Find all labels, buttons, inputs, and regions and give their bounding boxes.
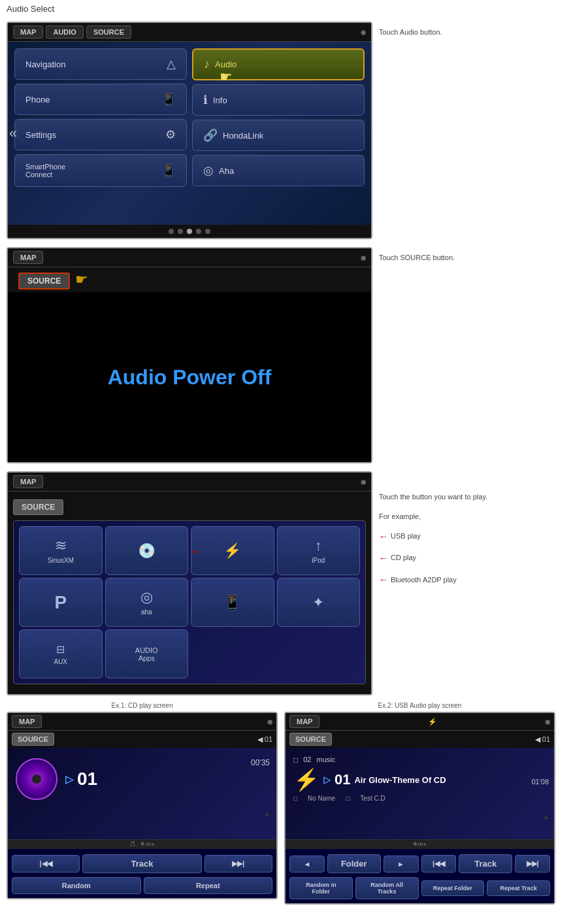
source-bluetooth[interactable]: ✦ xyxy=(277,578,361,627)
source-button-s1[interactable]: SOURCE xyxy=(86,25,131,39)
annotation-bt-row: ← Bluetooth A2DP play xyxy=(379,572,487,588)
cd-repeat-button[interactable]: Repeat xyxy=(144,877,273,894)
usb-play-label: Ex.2: USB Audio play screen xyxy=(378,702,462,709)
annotation-cd: CD play xyxy=(391,552,416,565)
source-siriusxm[interactable]: ≋ SiriusXM xyxy=(19,526,103,575)
phone-button[interactable]: Phone 📱 xyxy=(14,84,187,115)
cd-controls-row1: |◀◀ Track ▶▶| xyxy=(12,852,272,876)
usb-track-button[interactable]: Track xyxy=(459,854,512,873)
map-button-s2[interactable]: MAP xyxy=(13,251,43,264)
source-aux[interactable]: ⊟ AUX xyxy=(19,629,103,678)
usb-track-play-icon: ▷ xyxy=(323,774,331,785)
cd-play-controls: |◀◀ Track ▶▶| Random Repeat xyxy=(8,848,276,898)
cd-track-info: ▷ 01 xyxy=(65,769,269,790)
usb-track-next-button[interactable]: ▶▶| xyxy=(515,855,550,873)
audio-menu-button[interactable]: ♪ Audio ☛ xyxy=(192,48,365,80)
aha-button[interactable]: ◎ Aha xyxy=(192,155,365,186)
usb-folder-button[interactable]: Folder xyxy=(327,854,381,873)
cd-arrow-icon: ← xyxy=(189,543,202,558)
usb-sub-info: □ No Name □ Test C.D xyxy=(293,795,546,802)
usb-repeat-track-button[interactable]: Repeat Track xyxy=(487,880,550,896)
dot-4[interactable] xyxy=(196,229,201,234)
annotation-usb-row: ← USB play xyxy=(379,529,487,545)
usb-repeat-folder-button[interactable]: Repeat Folder xyxy=(421,880,485,896)
siriusxm-label: SiriusXM xyxy=(48,557,74,564)
left-menu-col: Navigation △ Phone 📱 Settings ⚙ SmartPho… xyxy=(14,48,187,218)
source-audio-apps[interactable]: AUDIOApps xyxy=(105,629,189,678)
usb-track-prev-button[interactable]: |◀◀ xyxy=(421,855,457,873)
usb-play-display: MAP ⚡ ⎈ SOURCE ◀ 01 □ 02 music xyxy=(284,712,555,905)
settings-button[interactable]: Settings ⚙ xyxy=(14,119,187,150)
bluetooth-icon-s3: ⎈ xyxy=(361,476,366,487)
cd-center-icon xyxy=(32,774,41,784)
aha-icon: ◎ xyxy=(203,163,214,178)
map-button-s1[interactable]: MAP xyxy=(13,25,43,39)
usb-folder-prev-button[interactable]: ◄ xyxy=(289,856,325,873)
usb-random-all-button[interactable]: Random All Tracks xyxy=(355,877,419,899)
source-phone[interactable]: 📱 xyxy=(191,578,274,627)
usb-folder-icon: □ xyxy=(293,756,298,765)
screen2-topbar: MAP ⎈ xyxy=(8,248,371,267)
screen3-section: MAP ⎈ SOURCE ≋ SiriusXM 💿 ← ⚡ xyxy=(0,467,588,699)
usb-random-folder-button[interactable]: Random in Folder xyxy=(289,877,353,899)
cd-prev-track-button[interactable]: |◀◀ xyxy=(12,855,80,873)
dts-logo-cd: 🎵 ❉dts xyxy=(129,841,155,847)
source-parking[interactable]: P xyxy=(19,578,103,627)
map-button-s3[interactable]: MAP xyxy=(13,475,43,488)
info-label: Info xyxy=(213,95,353,105)
settings-label: Settings xyxy=(25,130,160,140)
source-aha[interactable]: ◎ aha xyxy=(105,578,189,627)
usb-track-num-text: 01 xyxy=(335,771,350,788)
dot-5[interactable] xyxy=(205,229,210,234)
usb-track-name-text: Air Glow-Theme Of CD xyxy=(354,775,446,785)
hondalink-button[interactable]: 🔗 HondaLink xyxy=(192,120,365,151)
dot-3[interactable] xyxy=(187,229,192,234)
cd-play-body: ▷ 01 00'35 ▲ xyxy=(8,748,276,839)
bluetooth-icon-s5: ⎈ xyxy=(545,716,550,727)
aha-label: Aha xyxy=(219,166,353,176)
cd-scroll-arrow-icon: ▲ xyxy=(263,809,271,818)
map-button-s4[interactable]: MAP xyxy=(12,715,42,728)
cd-controls-row2: Random Repeat xyxy=(12,876,272,895)
bluetooth-icon-s1: ⎈ xyxy=(361,27,366,37)
usb-topbar: MAP ⚡ ⎈ xyxy=(286,713,554,731)
usb-controls-row2: Random in Folder Random All Tracks Repea… xyxy=(289,876,550,901)
annotation-cd-row: ← CD play xyxy=(379,550,487,567)
map-button-s5[interactable]: MAP xyxy=(289,715,319,728)
screen2-source-row: SOURCE ☛ xyxy=(8,267,371,292)
screen3-display: MAP ⎈ SOURCE ≋ SiriusXM 💿 ← ⚡ xyxy=(7,471,372,695)
left-arrow-icon[interactable]: « xyxy=(9,125,17,142)
phone-label: Phone xyxy=(25,95,156,105)
source-ipod[interactable]: ↑ iPod xyxy=(277,526,361,575)
source-cd[interactable]: 💿 ← xyxy=(105,526,189,575)
dts-bar-usb: ❉dts xyxy=(286,839,554,848)
usb-folder-next-button[interactable]: ► xyxy=(384,856,419,873)
dot-1[interactable] xyxy=(169,229,174,234)
screen2-display: MAP ⎈ SOURCE ☛ Audio Power Off xyxy=(7,247,372,463)
source-button-s5[interactable]: SOURCE xyxy=(289,733,332,746)
info-button[interactable]: ℹ Info xyxy=(192,84,365,116)
page-title: Audio Select xyxy=(0,0,588,18)
source-button-s4[interactable]: SOURCE xyxy=(12,733,54,746)
audio-button-s1[interactable]: AUDIO xyxy=(46,25,83,39)
usb-icon-top: ⚡ xyxy=(428,718,437,726)
annotation-bt: Bluetooth A2DP play xyxy=(391,574,457,587)
screen2-section: MAP ⎈ SOURCE ☛ Audio Power Off Touch SOU… xyxy=(0,243,588,467)
cd-next-track-button[interactable]: ▶▶| xyxy=(204,855,272,873)
smartphone-connect-button[interactable]: SmartPhoneConnect 📱 xyxy=(14,154,187,187)
source-button-s3[interactable]: SOURCE xyxy=(13,499,63,515)
source-usb[interactable]: ⚡ xyxy=(191,526,274,575)
screen3-topbar: MAP ⎈ xyxy=(8,473,371,491)
settings-icon: ⚙ xyxy=(165,127,176,142)
cd-random-button[interactable]: Random xyxy=(12,877,141,894)
cursor-hand-s2-icon: ☛ xyxy=(75,271,88,288)
cd-track-button[interactable]: Track xyxy=(82,854,202,873)
test-cd-text: Test C.D xyxy=(360,795,385,802)
dot-2[interactable] xyxy=(178,229,183,234)
usb-folder-num: 02 xyxy=(303,756,311,765)
source-button-s2[interactable]: SOURCE xyxy=(18,273,70,290)
annotation-main: Touch the button you want to play. xyxy=(379,491,487,504)
screen3-body: SOURCE ≋ SiriusXM 💿 ← ⚡ ↑ iPod xyxy=(8,491,371,694)
navigation-button[interactable]: Navigation △ xyxy=(14,48,187,80)
bluetooth-icon-s2: ⎈ xyxy=(361,252,366,263)
